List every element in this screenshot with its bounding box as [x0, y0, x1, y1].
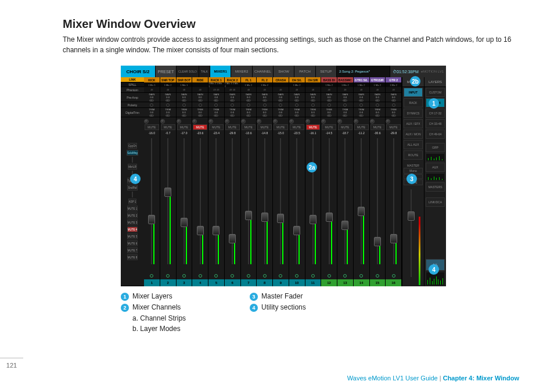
polarity-button[interactable] — [177, 102, 192, 108]
polarity-button[interactable] — [386, 102, 401, 108]
channel-number[interactable]: 7 — [241, 279, 257, 286]
fader[interactable] — [305, 136, 321, 272]
layer-linkdca-button[interactable]: LINK/DCA — [426, 197, 445, 207]
polarity-button[interactable] — [144, 102, 160, 108]
pan-knob[interactable] — [241, 119, 246, 124]
phantom-button[interactable]: 48 48 — [225, 87, 240, 93]
polarity-button[interactable] — [273, 102, 289, 108]
side-button[interactable]: Mtr/LR — [128, 164, 137, 170]
trim-knob[interactable] — [214, 114, 218, 117]
channel-number[interactable]: 14 — [354, 279, 369, 286]
headphone-icon[interactable] — [144, 272, 160, 279]
channel-number[interactable]: 15 — [370, 279, 386, 286]
mute-button[interactable]: MUTE — [257, 124, 272, 130]
fader[interactable] — [241, 136, 257, 272]
mute-button[interactable]: MUTE — [161, 124, 175, 130]
fader[interactable] — [370, 136, 386, 272]
headphone-icon[interactable] — [289, 272, 305, 279]
gain-knob[interactable] — [311, 99, 315, 102]
channel-number[interactable]: 1 — [144, 279, 160, 286]
master-fader[interactable] — [404, 187, 423, 285]
mute-button[interactable]: MUTE — [209, 124, 224, 130]
gain-knob[interactable] — [198, 99, 203, 102]
mute-button[interactable]: MUTE — [242, 124, 256, 130]
gain-knob[interactable] — [166, 99, 170, 102]
phantom-button[interactable]: 48 — [177, 87, 192, 93]
custom-button[interactable]: CUSTOM — [426, 88, 445, 97]
trim-knob[interactable] — [198, 114, 203, 117]
headphone-icon[interactable] — [370, 272, 386, 279]
phantom-button[interactable]: 48 — [289, 87, 305, 93]
channel-number[interactable]: 3 — [177, 279, 192, 286]
pan-knob[interactable] — [305, 119, 310, 124]
pan-knob[interactable] — [257, 119, 261, 124]
trim-knob[interactable] — [375, 114, 380, 117]
layer-grp-button[interactable]: GRP — [426, 143, 445, 152]
gain-knob[interactable] — [294, 99, 299, 102]
channel-number[interactable]: 10 — [289, 279, 305, 286]
trim-knob[interactable] — [311, 114, 315, 117]
channel-number[interactable]: 8 — [257, 279, 272, 286]
pan-knob[interactable] — [354, 119, 358, 124]
polarity-button[interactable] — [208, 102, 224, 108]
layer-aux-button[interactable]: AUX — [426, 163, 445, 172]
layer-ch17-32-button[interactable]: CH 17-32 — [426, 109, 445, 118]
mode-input-button[interactable]: INPUT — [404, 88, 423, 97]
headphone-icon[interactable] — [225, 272, 240, 279]
phantom-button[interactable]: 48 — [273, 87, 289, 93]
mute-button[interactable]: MUTE — [322, 124, 336, 130]
pan-knob[interactable] — [144, 119, 149, 124]
polarity-button[interactable] — [370, 102, 386, 108]
mode-rack-button[interactable]: RACK — [404, 98, 423, 107]
polarity-button[interactable] — [354, 102, 369, 108]
phantom-button[interactable]: 48 — [321, 87, 337, 93]
fader[interactable] — [354, 136, 369, 272]
side-button[interactable]: MUTE 3 — [127, 220, 138, 225]
channel-name[interactable]: CRASH — [273, 77, 289, 82]
trim-knob[interactable] — [149, 114, 154, 117]
side-button[interactable]: MUTE 7 — [127, 247, 138, 253]
mute-button[interactable]: MUTE — [145, 124, 159, 130]
tab-setup[interactable]: SETUP — [316, 66, 337, 77]
pan-knob[interactable] — [160, 119, 165, 124]
headphone-icon[interactable] — [208, 272, 224, 279]
link-button[interactable]: LINK — [121, 77, 144, 82]
talk-button[interactable]: TALK — [199, 66, 210, 77]
gain-knob[interactable] — [214, 99, 218, 102]
preset-button[interactable]: PRESET — [156, 66, 177, 77]
mode-allaux-button[interactable]: ALL AUX — [404, 140, 423, 149]
mute-button[interactable]: MUTE — [306, 124, 321, 130]
channel-number[interactable]: 2 — [160, 279, 176, 286]
fader[interactable] — [257, 136, 272, 272]
trim-knob[interactable] — [262, 114, 267, 117]
channel-number[interactable]: 4 — [192, 279, 208, 286]
headphone-icon[interactable] — [337, 272, 353, 279]
mute-button[interactable]: MUTE — [274, 124, 288, 130]
gain-knob[interactable] — [375, 99, 380, 102]
channel-name[interactable]: RIDE — [192, 77, 208, 82]
pan-knob[interactable] — [192, 119, 197, 124]
fader[interactable] — [273, 136, 289, 272]
clear-solo-button[interactable]: CLEAR SOLO — [177, 66, 199, 77]
channel-name[interactable]: BASSMIC — [337, 77, 353, 82]
side-button[interactable]: SoloMng — [127, 150, 138, 156]
trim-knob[interactable] — [391, 114, 396, 117]
mute-button[interactable]: MUTE — [225, 124, 240, 130]
mode-auxmon-button[interactable]: AUX / MON — [404, 130, 423, 139]
channel-name-display[interactable]: CHOIR S/2 — [121, 66, 156, 77]
trim-knob[interactable] — [327, 114, 332, 117]
phantom-button[interactable]: 48 — [354, 87, 369, 93]
side-button[interactable]: ASP 1 — [128, 199, 137, 204]
channel-name[interactable]: GTR1S/R — [370, 77, 386, 82]
gain-knob[interactable] — [230, 99, 235, 102]
gain-knob[interactable] — [359, 99, 364, 102]
mode-dynamics-button[interactable]: DYNMCS — [404, 109, 423, 118]
pan-knob[interactable] — [370, 119, 375, 124]
phantom-button[interactable]: 48 — [160, 87, 176, 93]
fader[interactable] — [289, 136, 305, 272]
headphone-icon[interactable] — [160, 272, 176, 279]
side-button[interactable]: CpyCh — [128, 143, 137, 149]
side-button[interactable] — [132, 157, 133, 163]
mono-button[interactable]: Mono — [404, 168, 423, 174]
fader[interactable] — [144, 136, 160, 272]
